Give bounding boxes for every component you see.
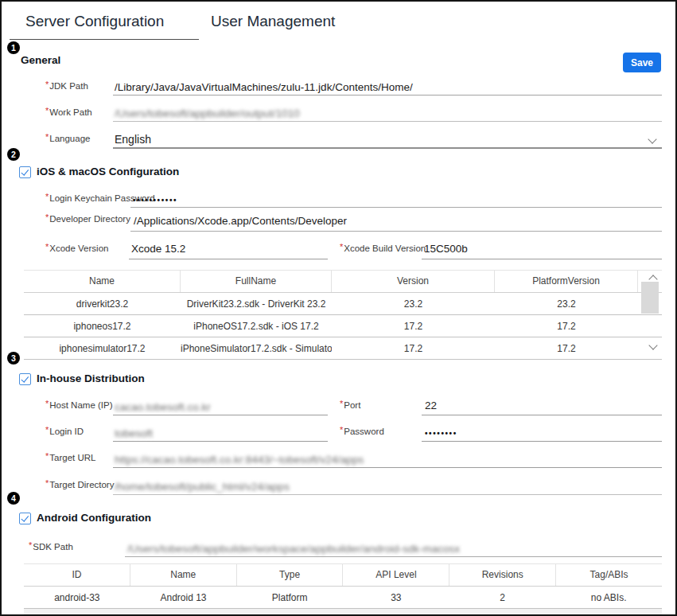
step-badge-2: 2 bbox=[7, 148, 20, 161]
step-badge-1: 1 bbox=[7, 41, 20, 54]
tab-server-configuration[interactable]: Server Configuration bbox=[25, 13, 164, 30]
password-label: Password bbox=[340, 427, 384, 436]
target-directory-underline bbox=[113, 494, 662, 495]
column-header-version[interactable]: Version bbox=[332, 271, 495, 292]
target-url-label: Target URL bbox=[45, 453, 95, 462]
cell-id: android-33 bbox=[24, 587, 130, 608]
password-input[interactable]: •••••••• bbox=[425, 429, 457, 438]
column-header-api-level[interactable]: API Level bbox=[343, 564, 449, 586]
jdk-path-label: JDK Path bbox=[45, 81, 88, 91]
cell-platformversion: 17.2 bbox=[495, 337, 638, 359]
language-underline bbox=[113, 147, 662, 149]
cell-name: Android 13 bbox=[130, 587, 237, 608]
login-id-input[interactable]: tobesoft bbox=[115, 427, 153, 439]
login-id-label: Login ID bbox=[45, 427, 84, 436]
save-button[interactable]: Save bbox=[623, 53, 661, 72]
target-directory-label: Target Directory bbox=[45, 480, 114, 489]
target-url-underline bbox=[113, 467, 662, 468]
jdk-path-underline bbox=[113, 95, 662, 96]
host-name-label: Host Name (IP) bbox=[45, 400, 113, 410]
jdk-path-input[interactable]: /Library/Java/JavaVirtualMachines/zulu-1… bbox=[115, 81, 413, 93]
android-table-empty-strip bbox=[24, 609, 662, 616]
password-underline bbox=[422, 441, 662, 442]
scrollbar-gutter bbox=[638, 337, 662, 359]
cell-fullname: iPhoneOS17.2.sdk - iOS 17.2 bbox=[181, 315, 332, 337]
ios-section-checkbox[interactable] bbox=[19, 166, 31, 178]
column-header-revisions[interactable]: Revisions bbox=[449, 564, 556, 586]
login-keychain-password-input[interactable]: ••••••••••• bbox=[133, 196, 177, 205]
target-directory-input[interactable]: /home/tobesoft/public_html/v24/apps bbox=[115, 481, 290, 493]
host-name-input[interactable]: cacao.tobesoft.co.kr bbox=[115, 401, 211, 413]
step-badge-4: 4 bbox=[7, 492, 20, 505]
scrollbar-thumb[interactable] bbox=[641, 282, 659, 314]
xcode-version-label: Xcode Version bbox=[45, 244, 108, 253]
developer-directory-underline bbox=[130, 231, 662, 232]
column-header-type[interactable]: Type bbox=[237, 564, 344, 586]
developer-directory-input[interactable]: /Applications/Xcode.app/Contents/Develop… bbox=[134, 215, 347, 227]
cell-version: 17.2 bbox=[332, 315, 495, 337]
work-path-input[interactable]: /Users/tobesoft/appbuilder/output/1010 bbox=[115, 107, 300, 119]
table-row[interactable]: android-33 Android 13 Platform 33 2 no A… bbox=[24, 587, 662, 609]
tab-user-management[interactable]: User Management bbox=[211, 13, 335, 30]
port-underline bbox=[422, 415, 662, 415]
android-sdk-table-header: ID Name Type API Level Revisions Tag/ABI… bbox=[24, 563, 662, 587]
login-keychain-underline bbox=[130, 207, 662, 208]
chevron-down-icon[interactable] bbox=[648, 135, 656, 143]
language-label: Language bbox=[45, 134, 90, 143]
cell-version: 23.2 bbox=[332, 293, 495, 314]
cell-revisions: 2 bbox=[449, 587, 556, 608]
column-header-platformversion[interactable]: PlatformVersion bbox=[495, 271, 638, 292]
xcode-version-underline bbox=[129, 259, 328, 259]
login-id-underline bbox=[113, 441, 328, 442]
port-input[interactable]: 22 bbox=[425, 400, 437, 411]
android-section-title: Android Configuration bbox=[37, 512, 151, 524]
scrollbar-gutter bbox=[638, 315, 662, 337]
general-section-title: General bbox=[21, 54, 60, 66]
table-row[interactable]: iphoneos17.2 iPhoneOS17.2.sdk - iOS 17.2… bbox=[24, 315, 662, 337]
xcode-build-version-underline bbox=[422, 259, 662, 259]
xcode-build-version-label: Xcode Build Version bbox=[340, 244, 426, 253]
inhouse-section-checkbox[interactable] bbox=[19, 373, 31, 385]
target-url-input[interactable]: https://cacao.tobesoft.co.kr:8443/~tobes… bbox=[115, 454, 364, 466]
cell-name: iphoneos17.2 bbox=[24, 315, 181, 337]
column-header-name[interactable]: Name bbox=[130, 564, 237, 586]
sdk-path-label: SDK Path bbox=[29, 542, 73, 552]
ios-sdk-table: Name FullName Version PlatformVersion dr… bbox=[24, 270, 662, 360]
cell-version: 17.2 bbox=[332, 337, 495, 359]
cell-platformversion: 17.2 bbox=[495, 315, 638, 337]
cell-tag-abis: no ABIs. bbox=[555, 587, 662, 608]
table-row[interactable]: driverkit23.2 DriverKit23.2.sdk - Driver… bbox=[24, 293, 662, 315]
cell-type: Platform bbox=[236, 587, 343, 608]
step-badge-3: 3 bbox=[7, 352, 20, 365]
cell-name: driverkit23.2 bbox=[24, 293, 181, 314]
server-config-page: Server Configuration User Management 1 2… bbox=[0, 0, 677, 616]
cell-platformversion: 23.2 bbox=[495, 293, 638, 314]
language-select[interactable]: English bbox=[115, 133, 151, 146]
android-sdk-table: ID Name Type API Level Revisions Tag/ABI… bbox=[24, 563, 662, 616]
active-tab-underline bbox=[10, 39, 199, 40]
host-name-underline bbox=[113, 415, 328, 415]
column-header-fullname[interactable]: FullName bbox=[181, 271, 332, 292]
cell-name: iphonesimulator17.2 bbox=[24, 337, 181, 359]
cell-fullname: DriverKit23.2.sdk - DriverKit 23.2 bbox=[181, 293, 332, 314]
work-path-label: Work Path bbox=[45, 107, 92, 117]
column-header-name[interactable]: Name bbox=[24, 271, 181, 292]
work-path-underline bbox=[113, 121, 662, 122]
table-row[interactable]: iphonesimulator17.2 iPhoneSimulator17.2.… bbox=[24, 337, 662, 360]
column-header-id[interactable]: ID bbox=[24, 564, 130, 586]
developer-directory-label: Developer Directory bbox=[45, 214, 130, 224]
android-section-checkbox[interactable] bbox=[19, 513, 31, 524]
ios-section-title: iOS & macOS Configuration bbox=[37, 166, 179, 177]
sdk-path-input[interactable]: /Users/tobesoft/appbuilder/workspace/app… bbox=[127, 543, 460, 555]
cell-api-level: 33 bbox=[343, 587, 449, 608]
port-label: Port bbox=[340, 400, 360, 410]
cell-fullname: iPhoneSimulator17.2.sdk - Simulator - iC bbox=[181, 337, 332, 359]
xcode-build-version-input[interactable]: 15C500b bbox=[424, 243, 468, 255]
xcode-version-input[interactable]: Xcode 15.2 bbox=[131, 243, 185, 255]
column-header-tag-abis[interactable]: Tag/ABIs bbox=[556, 564, 662, 586]
inhouse-section-title: In-house Distribution bbox=[37, 372, 145, 384]
ios-sdk-table-header: Name FullName Version PlatformVersion bbox=[24, 270, 662, 293]
sdk-path-underline bbox=[125, 556, 662, 557]
